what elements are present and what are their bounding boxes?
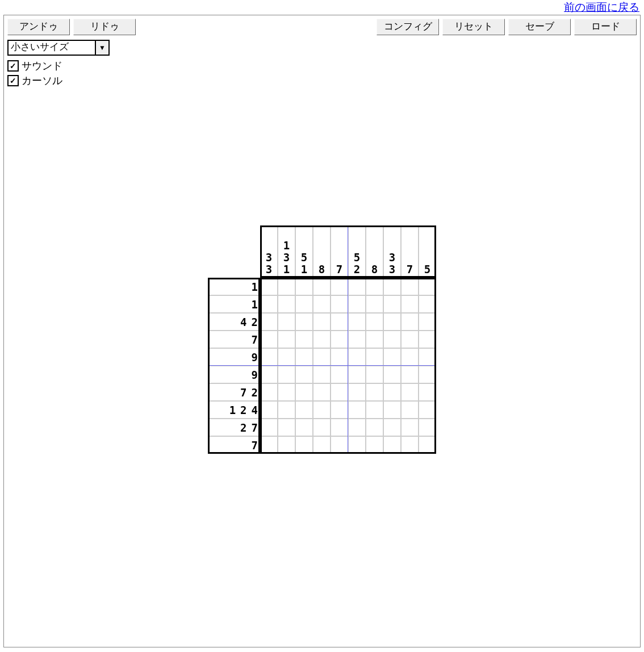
grid-cell[interactable] (401, 366, 419, 383)
grid-cell[interactable] (348, 295, 366, 313)
grid-cell[interactable] (401, 331, 419, 348)
grid-cell[interactable] (331, 278, 348, 295)
grid-cell[interactable] (383, 366, 401, 383)
grid-cell[interactable] (383, 295, 401, 313)
grid-cell[interactable] (313, 401, 331, 419)
grid-cell[interactable] (383, 436, 401, 454)
grid-cell[interactable] (331, 366, 348, 383)
grid-cell[interactable] (348, 331, 366, 348)
grid-cell[interactable] (348, 383, 366, 401)
grid-cell[interactable] (260, 295, 278, 313)
back-link[interactable]: 前の画面に戻る (564, 1, 639, 13)
reset-button[interactable]: リセット (442, 19, 505, 35)
grid-cell[interactable] (419, 419, 436, 436)
grid-cell[interactable] (295, 348, 313, 366)
grid-cell[interactable] (419, 348, 436, 366)
grid-cell[interactable] (260, 348, 278, 366)
grid-cell[interactable] (278, 278, 295, 295)
grid-cell[interactable] (313, 313, 331, 331)
grid-cell[interactable] (401, 401, 419, 419)
grid-cell[interactable] (313, 436, 331, 454)
grid-cell[interactable] (401, 295, 419, 313)
grid-cell[interactable] (366, 401, 383, 419)
grid-cell[interactable] (419, 436, 436, 454)
grid-cell[interactable] (260, 383, 278, 401)
grid-cell[interactable] (366, 383, 383, 401)
grid-cell[interactable] (383, 278, 401, 295)
grid-cell[interactable] (278, 419, 295, 436)
grid-cell[interactable] (383, 348, 401, 366)
grid-cell[interactable] (383, 313, 401, 331)
grid-cell[interactable] (260, 278, 278, 295)
grid-cell[interactable] (278, 331, 295, 348)
grid-cell[interactable] (383, 383, 401, 401)
grid-cell[interactable] (331, 419, 348, 436)
grid-cell[interactable] (295, 278, 313, 295)
grid-cell[interactable] (260, 366, 278, 383)
redo-button[interactable]: リドゥ (73, 19, 136, 35)
grid-cell[interactable] (278, 383, 295, 401)
grid-cell[interactable] (419, 401, 436, 419)
grid-cell[interactable] (331, 295, 348, 313)
grid-cell[interactable] (313, 278, 331, 295)
grid-cell[interactable] (348, 313, 366, 331)
size-select[interactable]: 小さいサイズ ▼ (7, 40, 110, 56)
grid-cell[interactable] (348, 436, 366, 454)
undo-button[interactable]: アンドゥ (7, 19, 70, 35)
grid-cell[interactable] (331, 436, 348, 454)
grid-cell[interactable] (348, 419, 366, 436)
save-button[interactable]: セーブ (508, 19, 571, 35)
grid-cell[interactable] (278, 366, 295, 383)
grid-cell[interactable] (295, 331, 313, 348)
load-button[interactable]: ロード (574, 19, 637, 35)
grid-cell[interactable] (401, 383, 419, 401)
grid-cell[interactable] (331, 383, 348, 401)
grid-cell[interactable] (313, 419, 331, 436)
grid-cell[interactable] (295, 295, 313, 313)
grid-cell[interactable] (278, 295, 295, 313)
grid-cell[interactable] (366, 366, 383, 383)
grid-cell[interactable] (366, 419, 383, 436)
grid-cell[interactable] (348, 401, 366, 419)
grid-cell[interactable] (313, 295, 331, 313)
grid-cell[interactable] (313, 366, 331, 383)
sound-checkbox[interactable]: ✓ (7, 60, 19, 72)
grid-cell[interactable] (313, 383, 331, 401)
grid-cell[interactable] (260, 331, 278, 348)
grid-cell[interactable] (383, 331, 401, 348)
grid-cell[interactable] (419, 366, 436, 383)
grid-cell[interactable] (278, 313, 295, 331)
grid-cell[interactable] (313, 348, 331, 366)
grid-cell[interactable] (331, 313, 348, 331)
grid-cell[interactable] (331, 401, 348, 419)
grid-cell[interactable] (383, 401, 401, 419)
cursor-checkbox[interactable]: ✓ (7, 75, 19, 86)
grid-cell[interactable] (295, 436, 313, 454)
grid-cell[interactable] (260, 313, 278, 331)
grid-cell[interactable] (313, 331, 331, 348)
grid-cell[interactable] (260, 436, 278, 454)
grid-cell[interactable] (419, 383, 436, 401)
grid-cell[interactable] (295, 383, 313, 401)
grid-cell[interactable] (383, 419, 401, 436)
grid-cell[interactable] (419, 331, 436, 348)
grid-cell[interactable] (401, 348, 419, 366)
grid-cell[interactable] (401, 419, 419, 436)
grid-cell[interactable] (348, 366, 366, 383)
grid-cell[interactable] (401, 313, 419, 331)
grid-cell[interactable] (419, 295, 436, 313)
grid-cell[interactable] (348, 278, 366, 295)
grid-cell[interactable] (401, 278, 419, 295)
grid-cell[interactable] (278, 348, 295, 366)
grid-cell[interactable] (366, 295, 383, 313)
grid-cell[interactable] (401, 436, 419, 454)
grid-cell[interactable] (366, 313, 383, 331)
grid-cell[interactable] (419, 278, 436, 295)
grid-cell[interactable] (331, 348, 348, 366)
grid-cell[interactable] (366, 331, 383, 348)
grid-cell[interactable] (260, 401, 278, 419)
grid-cell[interactable] (366, 278, 383, 295)
grid-cell[interactable] (295, 313, 313, 331)
config-button[interactable]: コンフィグ (377, 19, 439, 35)
grid-cell[interactable] (295, 401, 313, 419)
